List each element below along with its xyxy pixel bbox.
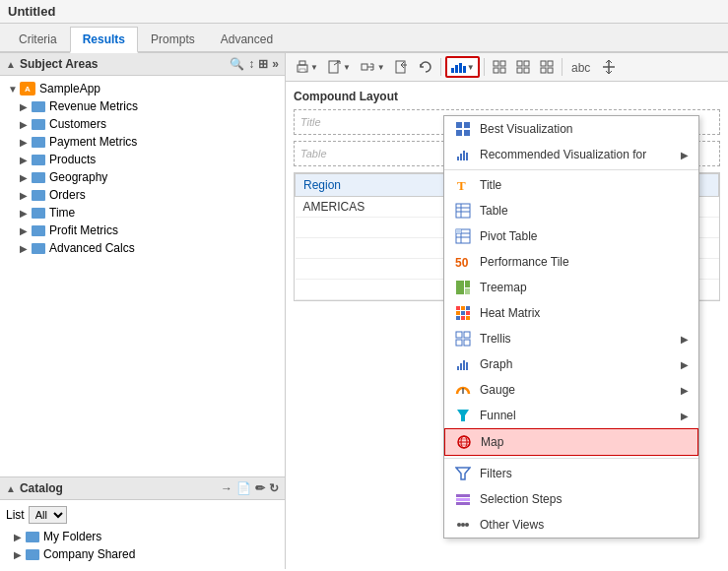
catalog-collapse-icon[interactable]: ▲ (6, 483, 16, 494)
window-title: Untitled (8, 4, 55, 19)
menu-item-title[interactable]: T Title (444, 172, 698, 198)
tree-label-time: Time (49, 206, 75, 220)
recommended-icon (454, 146, 472, 163)
orders-arrow: ▶ (20, 190, 32, 201)
refresh-button[interactable] (415, 57, 436, 77)
catalog-list-select[interactable]: All (29, 506, 67, 524)
toolbar-sep-3 (562, 58, 563, 76)
import-button[interactable] (391, 57, 413, 77)
menu-item-funnel[interactable]: Funnel ▶ (444, 403, 698, 428)
tree-item-orders[interactable]: ▶ Orders (0, 186, 285, 204)
svg-rect-60 (464, 332, 470, 338)
tab-prompts[interactable]: Prompts (138, 27, 208, 51)
more-icon[interactable]: » (272, 57, 279, 71)
search-icon[interactable]: 🔍 (230, 57, 244, 71)
collapse-icon[interactable]: ▲ (6, 59, 16, 70)
svg-rect-32 (457, 157, 459, 160)
action3-icon (540, 60, 554, 74)
menu-label-title: Title (480, 178, 501, 192)
link-button[interactable]: ▼ (357, 57, 389, 77)
svg-rect-29 (464, 122, 470, 128)
svg-rect-61 (456, 340, 462, 346)
trellis-icon (454, 330, 472, 348)
menu-label-funnel: Funnel (480, 409, 516, 422)
chart-button[interactable]: ▼ (445, 56, 480, 78)
folder-icon-my-folders (26, 532, 39, 542)
menu-item-selection-steps[interactable]: Selection Steps (444, 486, 698, 512)
best-viz-icon (454, 120, 472, 138)
refresh-icon (419, 60, 432, 74)
root-arrow: ▼ (8, 84, 20, 95)
action1-button[interactable] (489, 57, 510, 77)
tree-item-revenue[interactable]: ▶ Revenue Metrics (0, 97, 285, 115)
menu-item-best-viz[interactable]: Best Visualization (444, 116, 698, 142)
folder-icon-profit (32, 225, 45, 236)
folder-icon-advanced-calcs (32, 243, 45, 254)
move-button[interactable] (598, 57, 620, 77)
tab-criteria[interactable]: Criteria (6, 27, 70, 51)
tab-bar: Criteria Results Prompts Advanced (0, 24, 728, 53)
folder-icon-time (32, 208, 45, 219)
svg-rect-52 (466, 306, 470, 310)
print-button[interactable]: ▼ (292, 57, 322, 77)
title-icon: T (454, 176, 472, 194)
expand-icon[interactable]: ⊞ (258, 57, 268, 71)
catalog-item-my-folders[interactable]: ▶ My Folders (6, 528, 279, 545)
tree-item-customers[interactable]: ▶ Customers (0, 115, 285, 133)
chart-icon (450, 60, 466, 74)
catalog-edit-icon[interactable]: ✏ (255, 481, 265, 495)
action3-button[interactable] (536, 57, 558, 77)
tree-item-payment[interactable]: ▶ Payment Metrics (0, 133, 285, 151)
tab-results[interactable]: Results (70, 27, 138, 53)
catalog-nav-icon[interactable]: → (221, 481, 232, 495)
tree-item-geography[interactable]: ▶ Geography (0, 168, 285, 186)
svg-rect-53 (456, 311, 460, 315)
tree-item-time[interactable]: ▶ Time (0, 204, 285, 222)
tree-item-products[interactable]: ▶ Products (0, 151, 285, 168)
menu-label-map: Map (481, 435, 503, 449)
svg-rect-23 (541, 68, 546, 73)
svg-rect-13 (494, 61, 498, 66)
svg-rect-65 (463, 360, 465, 370)
my-folders-arrow: ▶ (14, 532, 26, 542)
menu-item-trellis[interactable]: Trellis ▶ (444, 326, 698, 351)
toolbar: ▼ ▼ ▼ (286, 53, 728, 82)
svg-rect-37 (456, 204, 470, 218)
menu-item-table[interactable]: Table (444, 198, 698, 223)
catalog-new-icon[interactable]: 📄 (236, 481, 251, 495)
catalog-list-label: List (6, 508, 25, 522)
tree-item-root[interactable]: ▼ A SampleApp (0, 80, 285, 97)
import-icon (395, 60, 409, 74)
action2-button[interactable] (512, 57, 534, 77)
menu-item-filters[interactable]: Filters (444, 461, 698, 486)
tree-item-advanced-calcs[interactable]: ▶ Advanced Calcs (0, 239, 285, 257)
tree-item-profit[interactable]: ▶ Profit Metrics (0, 222, 285, 239)
catalog-item-company-shared[interactable]: ▶ Company Shared (6, 545, 279, 563)
menu-item-other-views[interactable]: Other Views (444, 512, 698, 538)
menu-item-pivot[interactable]: Pivot Table (444, 223, 698, 249)
svg-rect-77 (456, 502, 470, 505)
folder-icon-payment (32, 137, 45, 148)
selection-steps-icon (454, 490, 472, 508)
recommended-arrow: ▶ (681, 150, 689, 160)
menu-item-recommended[interactable]: Recommended Visualization for ▶ (444, 142, 698, 167)
treemap-icon (454, 279, 472, 296)
menu-item-map[interactable]: Map (444, 428, 698, 456)
menu-item-heat-matrix[interactable]: Heat Matrix (444, 300, 698, 326)
text-button[interactable]: abc (566, 57, 596, 77)
catalog-refresh-icon[interactable]: ↻ (269, 481, 279, 495)
svg-rect-24 (548, 68, 553, 73)
menu-label-filters: Filters (480, 467, 512, 480)
menu-item-gauge[interactable]: Gauge ▶ (444, 377, 698, 403)
svg-rect-33 (460, 154, 462, 160)
menu-item-graph[interactable]: Graph ▶ (444, 351, 698, 377)
export-button[interactable]: ▼ (324, 57, 355, 77)
menu-item-perf-tile[interactable]: 50 Performance Tile (444, 249, 698, 275)
subject-areas-actions: 🔍 ↕ ⊞ » (230, 57, 279, 71)
menu-item-treemap[interactable]: Treemap (444, 275, 698, 300)
tab-advanced[interactable]: Advanced (208, 27, 286, 51)
svg-rect-20 (524, 68, 529, 73)
catalog-label-my-folders: My Folders (43, 530, 101, 543)
svg-rect-21 (541, 61, 546, 66)
sort-icon[interactable]: ↕ (248, 57, 254, 71)
